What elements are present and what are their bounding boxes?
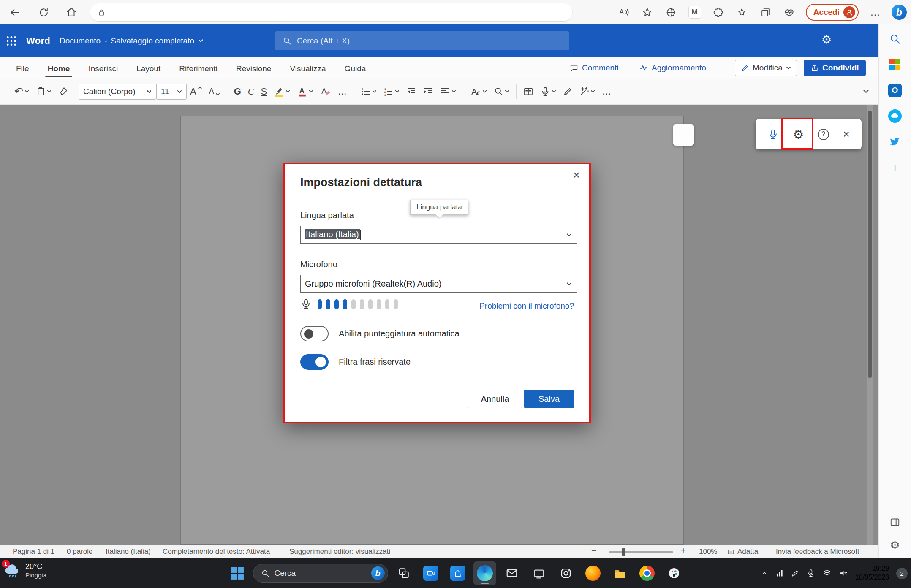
site-info-icon[interactable] [98,8,106,16]
clear-format-button[interactable]: A [317,82,334,101]
collections-button[interactable] [759,5,773,19]
language-select[interactable]: Italiano (Italia) [300,226,577,244]
paste-button[interactable] [33,82,55,101]
bing-sidebar-button[interactable]: b [892,5,907,20]
ribbon-tab-inserisci[interactable]: Inserisci [79,59,127,79]
taskbar-search[interactable]: Cerca b [253,564,388,583]
decrease-indent-button[interactable] [403,82,420,101]
tray-pen-button[interactable] [791,569,800,577]
toolbar-overflow-button[interactable]: … [598,82,615,101]
editor-button[interactable] [560,82,576,101]
zoom-in-button[interactable]: + [681,546,686,555]
sidebar-panel-button[interactable] [887,515,903,530]
immersive-reader-button[interactable] [520,82,537,101]
select-dropdown-zone[interactable] [561,226,577,243]
edge-button[interactable] [473,561,496,585]
undo-button[interactable]: ↶ [11,82,33,101]
save-button[interactable]: Salva [524,390,574,408]
movies-app-button[interactable] [528,561,550,585]
favorites-bar-button[interactable] [735,5,749,19]
add-favorite-button[interactable] [640,5,655,19]
comments-button[interactable]: Commenti [569,60,619,76]
refresh-button[interactable] [36,6,51,19]
mail-button[interactable] [500,561,523,585]
sidebar-twitter-button[interactable] [887,134,903,149]
more-formatting-button[interactable]: … [334,82,350,101]
font-size-combo[interactable]: 11 [156,84,187,100]
zoom-level[interactable]: 100% [699,547,717,556]
underline-button[interactable]: S [257,82,270,101]
ribbon-tab-visualizza[interactable]: Visualizza [280,59,335,79]
editing-mode-dropdown[interactable]: Modifica [735,60,797,76]
word-settings-button[interactable]: ⚙ [821,33,832,46]
video-app-button[interactable] [419,561,442,585]
tray-volume-mute-button[interactable] [839,569,848,578]
document-title[interactable]: Documento - Salvataggio completato [60,36,204,46]
file-explorer-button[interactable] [609,561,631,585]
fit-page-button[interactable]: Adatta [727,547,758,556]
start-button[interactable] [226,561,249,585]
editor-suggestions-status[interactable]: Suggerimenti editor: visualizzati [289,547,390,556]
ribbon-tab-home[interactable]: Home [38,59,79,79]
ribbon-tab-layout[interactable]: Layout [127,59,170,79]
dictate-button[interactable] [537,82,560,101]
document-scrollbar[interactable] [867,105,873,545]
dictation-close-button[interactable]: × [843,129,850,140]
format-painter-button[interactable] [55,82,71,101]
italic-button[interactable]: C [245,82,258,101]
sidebar-outlook-button[interactable]: O [887,83,903,98]
catchup-button[interactable]: Aggiornamento [639,60,706,76]
browser-menu-button[interactable]: … [868,5,882,19]
sidebar-onedrive-button[interactable] [887,108,903,124]
zoom-slider-thumb[interactable] [622,548,625,556]
dialog-close-button[interactable]: × [573,168,580,182]
word-search-bar[interactable]: Cerca (Alt + X) [275,31,569,50]
font-color-button[interactable]: A [294,82,317,101]
app-launcher-button[interactable] [6,35,17,46]
web-capture-button[interactable] [664,5,678,19]
designer-button[interactable] [576,82,598,101]
home-button[interactable] [64,6,79,19]
share-button[interactable]: Condividi [804,60,866,76]
sidebar-settings-button[interactable]: ⚙ [887,537,903,553]
tray-activity-button[interactable] [775,569,784,577]
signin-button[interactable]: Accedi [806,4,859,21]
store-button[interactable] [446,561,469,585]
firefox-button[interactable] [582,561,604,585]
auto-punctuation-toggle[interactable] [300,326,329,341]
word-count[interactable]: 0 parole [67,547,92,556]
document-language[interactable]: Italiano (Italia) [106,547,151,556]
tray-expand-button[interactable] [761,569,768,577]
tray-mic-button[interactable] [807,569,815,577]
mic-help-link[interactable]: Problemi con il microfono? [479,301,574,311]
bullet-list-button[interactable] [357,82,380,101]
taskbar-clock[interactable]: 19:29 10/05/2023 [855,564,889,582]
scrollbar-thumb[interactable] [868,111,872,378]
feedback-link[interactable]: Invia feedback a Microsoft [776,547,859,556]
browser-essentials-button[interactable] [782,5,797,19]
dictation-help-button[interactable]: ? [818,129,829,140]
instagram-button[interactable] [555,561,577,585]
collapse-ribbon-button[interactable] [863,88,869,95]
numbered-list-button[interactable]: 123 [380,82,403,101]
notification-count-badge[interactable]: 2 [896,568,908,579]
font-name-combo[interactable]: Calibri (Corpo) [79,84,156,100]
bold-button[interactable]: G [231,82,245,101]
task-view-button[interactable] [392,561,415,585]
ribbon-tab-riferimenti[interactable]: Riferimenti [170,59,227,79]
find-button[interactable] [490,82,513,101]
gmail-button[interactable]: M [688,5,702,19]
select-dropdown-zone[interactable] [561,275,577,292]
filter-phrases-toggle[interactable] [300,354,329,370]
ribbon-tab-guida[interactable]: Guida [335,59,375,79]
increase-indent-button[interactable] [420,82,437,101]
shrink-font-button[interactable]: A [206,82,223,101]
grow-font-button[interactable]: A [187,82,206,101]
dictation-settings-button[interactable]: ⚙ [793,127,804,142]
microphone-select[interactable]: Gruppo microfoni (Realtek(R) Audio) [300,275,577,293]
extensions-button[interactable] [711,5,726,19]
zoom-slider[interactable] [609,551,673,553]
dictation-mic-button[interactable] [767,129,779,140]
page-info[interactable]: Pagina 1 di 1 [13,547,54,556]
sidebar-microsoft365-button[interactable] [887,57,903,72]
